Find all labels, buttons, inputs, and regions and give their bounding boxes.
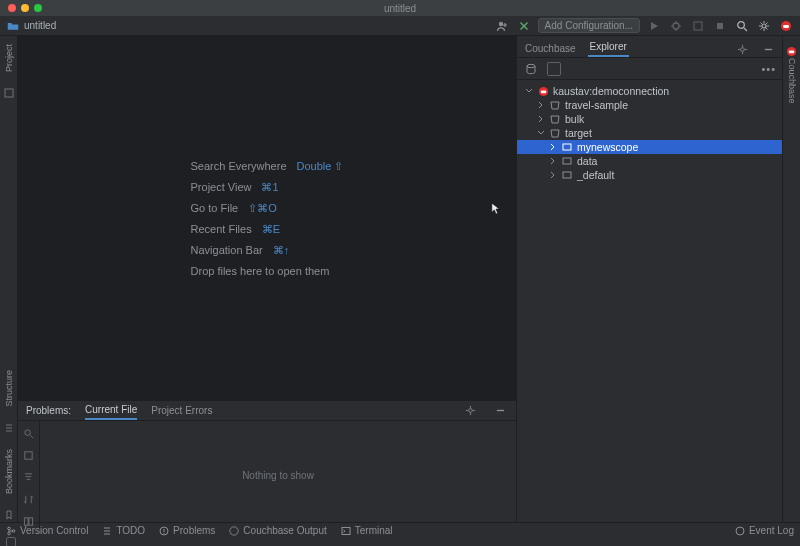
breadcrumb[interactable]: untitled xyxy=(24,20,56,31)
hint-recent-files: Recent Files ⌘E xyxy=(191,223,280,236)
hint-project-view: Project View ⌘1 xyxy=(191,181,279,194)
problems-tabs: Problems: Current File Project Errors xyxy=(18,401,516,421)
tree-bucket-target[interactable]: target xyxy=(517,126,782,140)
chevron-right-icon xyxy=(549,171,557,179)
svg-rect-3 xyxy=(717,23,723,29)
hint-shortcut: Double ⇧ xyxy=(297,160,344,173)
bookmarks-tool-tab[interactable]: Bookmarks xyxy=(4,449,14,494)
problems-hide-icon[interactable] xyxy=(492,403,508,419)
bucket-icon xyxy=(549,127,561,139)
svg-rect-7 xyxy=(783,25,789,28)
svg-point-14 xyxy=(740,47,744,51)
tree-bucket-bulk[interactable]: bulk xyxy=(517,112,782,126)
hint-shortcut: ⌘↑ xyxy=(273,244,290,257)
scope-icon xyxy=(561,155,573,167)
tab-explorer[interactable]: Explorer xyxy=(588,38,629,57)
couchbase-gutter-icon[interactable] xyxy=(785,44,799,58)
editor-empty-area[interactable]: Search Everywhere Double ⇧ Project View … xyxy=(18,36,516,400)
scope-icon xyxy=(561,169,573,181)
chevron-right-icon xyxy=(549,157,557,165)
git-user-icon[interactable] xyxy=(494,18,510,34)
list-icon xyxy=(102,526,112,536)
tree-connection[interactable]: kaustav:democonnection xyxy=(517,84,782,98)
explorer-side-panel: Couchbase Explorer ••• kaustav:democonne… xyxy=(516,36,782,522)
tree-bucket-travel[interactable]: travel-sample xyxy=(517,98,782,112)
left-tool-gutter: Project Structure Bookmarks xyxy=(0,36,18,522)
hint-shortcut: ⌘E xyxy=(262,223,280,236)
settings-icon[interactable] xyxy=(756,18,772,34)
problems-icon-column xyxy=(18,421,40,529)
chevron-right-icon xyxy=(549,143,557,151)
svg-rect-2 xyxy=(694,22,702,30)
tab-current-file[interactable]: Current File xyxy=(85,401,137,420)
filter-icon[interactable] xyxy=(21,469,37,485)
svg-rect-22 xyxy=(789,50,795,53)
problems-settings-icon[interactable] xyxy=(462,403,478,419)
search-icon[interactable] xyxy=(734,18,750,34)
tree-label: data xyxy=(577,155,597,167)
hint-navigation-bar: Navigation Bar ⌘↑ xyxy=(191,244,290,257)
tree-scope-mynewscope[interactable]: mynewscope xyxy=(517,140,782,154)
side-hide-icon[interactable] xyxy=(760,41,776,57)
couchbase-tool-tab[interactable]: Couchbase xyxy=(787,58,797,104)
svg-rect-13 xyxy=(29,517,33,524)
svg-point-27 xyxy=(163,532,164,533)
tree-scope-data[interactable]: data xyxy=(517,154,782,168)
tree-label: target xyxy=(565,127,592,139)
toolwindow-toggle-icon[interactable] xyxy=(6,537,16,546)
mouse-cursor-icon xyxy=(491,202,501,216)
sort-icon[interactable] xyxy=(21,491,37,507)
problems-panel: Problems: Current File Project Errors xyxy=(18,400,516,522)
svg-rect-12 xyxy=(24,517,28,524)
couchbase-connection-icon xyxy=(537,85,549,97)
toolwin-terminal[interactable]: Terminal xyxy=(341,525,393,536)
svg-point-30 xyxy=(736,527,744,535)
project-tool-tab[interactable]: Project xyxy=(4,44,14,72)
db-view-icon[interactable] xyxy=(523,61,539,77)
run-icon[interactable] xyxy=(646,18,662,34)
debug-icon[interactable] xyxy=(668,18,684,34)
svg-rect-29 xyxy=(342,527,350,534)
hint-label: Recent Files xyxy=(191,223,252,235)
build-icon[interactable] xyxy=(516,18,532,34)
toolwin-problems[interactable]: Problems xyxy=(159,525,215,536)
chevron-down-icon xyxy=(525,87,533,95)
svg-rect-11 xyxy=(25,451,32,458)
run-with-coverage-icon[interactable] xyxy=(690,18,706,34)
tab-couchbase[interactable]: Couchbase xyxy=(523,40,578,57)
inspect-icon[interactable] xyxy=(21,425,37,441)
problems-empty-text: Nothing to show xyxy=(40,421,516,529)
project-tool-icon[interactable] xyxy=(2,86,16,100)
couchbase-plugin-icon[interactable] xyxy=(778,18,794,34)
tree-scope-default[interactable]: _default xyxy=(517,168,782,182)
more-actions-icon[interactable]: ••• xyxy=(761,63,776,75)
structure-tool-tab[interactable]: Structure xyxy=(4,370,14,407)
tree-label: _default xyxy=(577,169,614,181)
terminal-icon xyxy=(341,526,351,536)
chevron-right-icon xyxy=(537,101,545,109)
bookmarks-tool-icon[interactable] xyxy=(2,508,16,522)
tree-label: bulk xyxy=(565,113,584,125)
toolwin-event-log[interactable]: Event Log xyxy=(735,525,794,536)
window-title: untitled xyxy=(0,3,800,14)
tab-project-errors[interactable]: Project Errors xyxy=(151,402,212,419)
svg-point-9 xyxy=(468,409,472,413)
structure-tool-icon[interactable] xyxy=(2,421,16,435)
toolwin-label: Terminal xyxy=(355,525,393,536)
toolwin-todo[interactable]: TODO xyxy=(102,525,145,536)
expand-icon[interactable] xyxy=(21,447,37,463)
panel-view-icon[interactable] xyxy=(547,62,561,76)
svg-point-5 xyxy=(762,24,766,28)
chevron-down-icon xyxy=(537,129,545,137)
toolwin-label: Problems xyxy=(173,525,215,536)
svg-point-4 xyxy=(738,21,745,28)
side-settings-icon[interactable] xyxy=(734,41,750,57)
main-area: Project Structure Bookmarks Search Every… xyxy=(0,36,800,522)
title-bar: untitled xyxy=(0,0,800,16)
toolwin-version-control[interactable]: Version Control xyxy=(6,525,88,536)
run-config-selector[interactable]: Add Configuration... xyxy=(538,18,640,33)
bucket-icon xyxy=(549,113,561,125)
stop-icon[interactable] xyxy=(712,18,728,34)
toolwin-couchbase-output[interactable]: Couchbase Output xyxy=(229,525,326,536)
tree-label: mynewscope xyxy=(577,141,638,153)
